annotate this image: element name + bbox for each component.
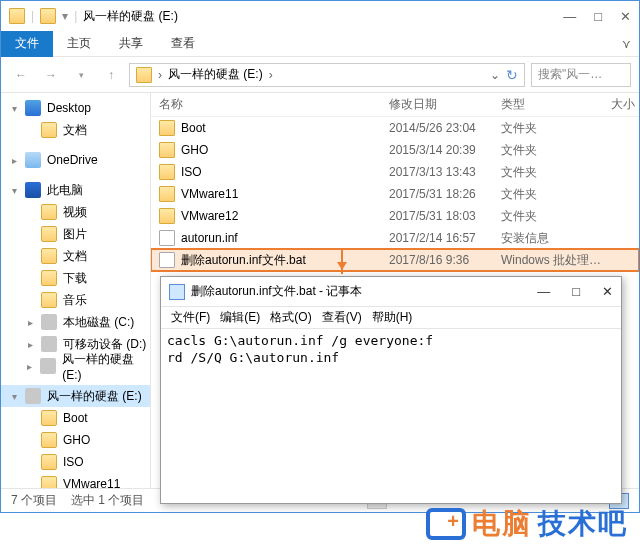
nav-item-label: 图片 <box>63 226 87 243</box>
col-date[interactable]: 修改日期 <box>381 96 493 113</box>
nav-item[interactable]: 下载 <box>1 267 150 289</box>
file-row[interactable]: GHO2015/3/14 20:39文件夹 <box>151 139 639 161</box>
status-item-count: 7 个项目 <box>11 492 57 509</box>
file-icon <box>159 120 175 136</box>
notepad-window: 删除autorun.inf文件.bat - 记事本 — □ ✕ 文件(F) 编辑… <box>160 276 622 504</box>
column-headers[interactable]: 名称 修改日期 类型 大小 <box>151 93 639 117</box>
ribbon-expand-icon[interactable]: ⋎ <box>614 37 639 51</box>
notepad-minimize-button[interactable]: — <box>537 284 550 299</box>
tab-view[interactable]: 查看 <box>157 31 209 57</box>
file-type: 文件夹 <box>493 142 603 159</box>
path-field[interactable]: › 风一样的硬盘 (E:) › ⌄ ↻ <box>129 63 525 87</box>
col-size[interactable]: 大小 <box>603 96 639 113</box>
tree-caret-icon[interactable]: ▸ <box>25 361 34 372</box>
tab-file[interactable]: 文件 <box>1 31 53 57</box>
menu-view[interactable]: 查看(V) <box>322 309 362 326</box>
nav-item-label: 风一样的硬盘 (E:) <box>62 351 150 382</box>
nav-item-icon <box>41 270 57 286</box>
tab-share[interactable]: 共享 <box>105 31 157 57</box>
logo-text-1: 电脑 <box>472 505 532 543</box>
maximize-button[interactable]: □ <box>594 9 602 24</box>
nav-item-icon <box>41 336 57 352</box>
tree-caret-icon[interactable]: ▾ <box>9 391 19 402</box>
nav-item-label: 此电脑 <box>47 182 83 199</box>
file-date: 2014/5/26 23:04 <box>381 121 493 135</box>
status-selected-count: 选中 1 个项目 <box>71 492 144 509</box>
nav-up-button[interactable]: ↑ <box>99 63 123 87</box>
nav-item[interactable]: ▾此电脑 <box>1 179 150 201</box>
file-name: ISO <box>181 165 202 179</box>
tree-caret-icon[interactable]: ▸ <box>9 155 19 166</box>
close-button[interactable]: ✕ <box>620 9 631 24</box>
menu-edit[interactable]: 编辑(E) <box>220 309 260 326</box>
nav-item[interactable]: ▸本地磁盘 (C:) <box>1 311 150 333</box>
nav-item-label: OneDrive <box>47 153 98 167</box>
file-icon <box>159 230 175 246</box>
tree-caret-icon[interactable]: ▸ <box>25 317 35 328</box>
nav-item-icon <box>40 358 56 374</box>
nav-item[interactable]: ▾Desktop <box>1 97 150 119</box>
notepad-content[interactable]: cacls G:\autorun.inf /g everyone:f rd /S… <box>161 329 621 371</box>
col-type[interactable]: 类型 <box>493 96 603 113</box>
chevron-right-icon[interactable]: › <box>158 68 162 82</box>
menu-format[interactable]: 格式(O) <box>270 309 311 326</box>
nav-item[interactable]: 音乐 <box>1 289 150 311</box>
nav-item[interactable]: GHO <box>1 429 150 451</box>
nav-item[interactable]: ISO <box>1 451 150 473</box>
file-row[interactable]: ISO2017/3/13 13:43文件夹 <box>151 161 639 183</box>
window-title: 风一样的硬盘 (E:) <box>83 8 557 25</box>
nav-history-icon[interactable]: ▾ <box>69 63 93 87</box>
menu-help[interactable]: 帮助(H) <box>372 309 413 326</box>
nav-tree[interactable]: ▾Desktop文档▸OneDrive▾此电脑视频图片文档下载音乐▸本地磁盘 (… <box>1 93 151 488</box>
nav-item[interactable]: VMware11 <box>1 473 150 488</box>
tab-home[interactable]: 主页 <box>53 31 105 57</box>
nav-item-label: GHO <box>63 433 90 447</box>
nav-item-icon <box>41 410 57 426</box>
refresh-button[interactable]: ↻ <box>506 67 518 83</box>
chevron-right-icon[interactable]: › <box>269 68 273 82</box>
path-dropdown-icon[interactable]: ⌄ <box>490 68 500 82</box>
file-type: 文件夹 <box>493 208 603 225</box>
nav-item-icon <box>41 476 57 488</box>
notepad-close-button[interactable]: ✕ <box>602 284 613 299</box>
nav-item-icon <box>41 454 57 470</box>
qat-folder-icon[interactable] <box>40 8 56 24</box>
nav-item-label: 下载 <box>63 270 87 287</box>
nav-item[interactable]: 文档 <box>1 245 150 267</box>
col-name[interactable]: 名称 <box>151 96 381 113</box>
address-bar: ← → ▾ ↑ › 风一样的硬盘 (E:) › ⌄ ↻ 搜索"风一… <box>1 57 639 93</box>
file-icon <box>159 186 175 202</box>
nav-back-button[interactable]: ← <box>9 63 33 87</box>
nav-item[interactable]: ▸OneDrive <box>1 149 150 171</box>
nav-item[interactable]: 视频 <box>1 201 150 223</box>
nav-item[interactable]: Boot <box>1 407 150 429</box>
menu-file[interactable]: 文件(F) <box>171 309 210 326</box>
nav-item[interactable]: ▾风一样的硬盘 (E:) <box>1 385 150 407</box>
notepad-titlebar[interactable]: 删除autorun.inf文件.bat - 记事本 — □ ✕ <box>161 277 621 307</box>
minimize-button[interactable]: — <box>563 9 576 24</box>
tree-caret-icon[interactable]: ▾ <box>9 185 19 196</box>
tree-caret-icon[interactable]: ▾ <box>9 103 19 114</box>
file-row[interactable]: VMware112017/5/31 18:26文件夹 <box>151 183 639 205</box>
file-row[interactable]: VMware122017/5/31 18:03文件夹 <box>151 205 639 227</box>
search-input[interactable]: 搜索"风一… <box>531 63 631 87</box>
file-type: 文件夹 <box>493 164 603 181</box>
nav-item-label: 风一样的硬盘 (E:) <box>47 388 142 405</box>
qat-separator: | <box>74 9 77 23</box>
file-row[interactable]: Boot2014/5/26 23:04文件夹 <box>151 117 639 139</box>
file-row[interactable]: autorun.inf2017/2/14 16:57安装信息 <box>151 227 639 249</box>
path-segment[interactable]: 风一样的硬盘 (E:) <box>168 66 263 83</box>
notepad-maximize-button[interactable]: □ <box>572 284 580 299</box>
file-row[interactable]: 删除autorun.inf文件.bat2017/8/16 9:36Windows… <box>151 249 639 271</box>
file-type: 文件夹 <box>493 120 603 137</box>
nav-item[interactable]: 文档 <box>1 119 150 141</box>
nav-item[interactable]: 图片 <box>1 223 150 245</box>
nav-forward-button[interactable]: → <box>39 63 63 87</box>
qat-dropdown-icon[interactable]: ▾ <box>62 9 68 23</box>
notepad-menubar: 文件(F) 编辑(E) 格式(O) 查看(V) 帮助(H) <box>161 307 621 329</box>
nav-item-label: 视频 <box>63 204 87 221</box>
nav-item[interactable]: ▸风一样的硬盘 (E:) <box>1 355 150 377</box>
tree-caret-icon[interactable]: ▸ <box>25 339 35 350</box>
titlebar[interactable]: | ▾ | 风一样的硬盘 (E:) — □ ✕ <box>1 1 639 31</box>
nav-item-icon <box>41 226 57 242</box>
